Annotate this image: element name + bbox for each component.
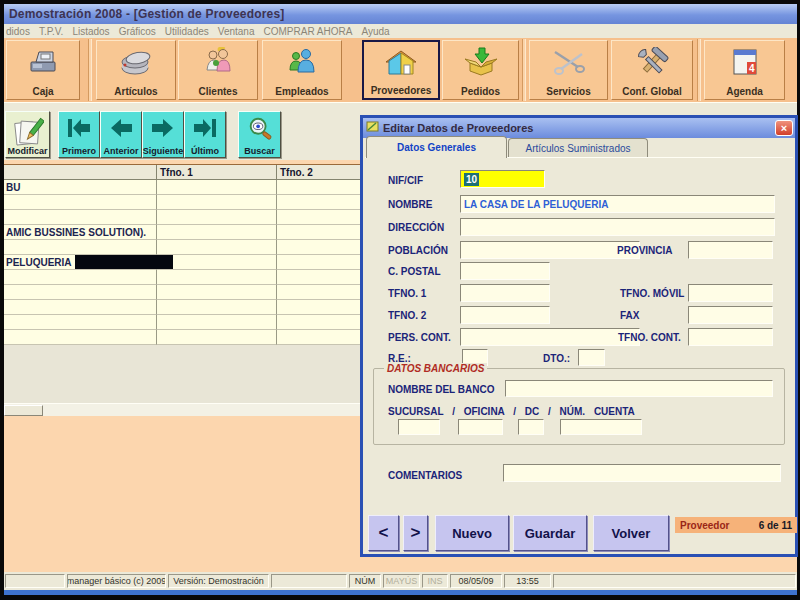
- cell-tfno1[interactable]: [157, 285, 277, 300]
- cell-name[interactable]: [4, 330, 157, 345]
- scrollbar-thumb[interactable]: [4, 405, 43, 416]
- comentarios-input[interactable]: [503, 464, 781, 482]
- menu-item-utilidades[interactable]: Utilidades: [165, 26, 209, 37]
- previous-record-button[interactable]: Anterior: [100, 111, 142, 158]
- cell-tfno2[interactable]: [277, 285, 361, 300]
- table-row[interactable]: [4, 195, 361, 210]
- cell-tfno2[interactable]: [277, 270, 361, 285]
- next-record-button[interactable]: Siguiente: [142, 111, 184, 158]
- menu-item-listados[interactable]: Listados: [72, 26, 109, 37]
- cpostal-input[interactable]: [460, 262, 550, 280]
- cell-tfno2[interactable]: [277, 240, 361, 255]
- tfno-movil-input[interactable]: [688, 284, 773, 302]
- menu-item-comprar-ahora[interactable]: COMPRAR AHORA: [264, 26, 353, 37]
- sucursal-input[interactable]: [398, 419, 440, 435]
- tab-datos-generales[interactable]: Datos Generales: [366, 136, 507, 158]
- table-row[interactable]: AMIC BUSSINES SOLUTION).: [4, 225, 361, 240]
- cell-tfno2[interactable]: [277, 255, 361, 270]
- toolbar-button-pedidos[interactable]: Pedidos: [442, 40, 519, 100]
- cell-tfno2[interactable]: [277, 315, 361, 330]
- save-button[interactable]: Guardar: [513, 515, 587, 551]
- poblacion-input[interactable]: [460, 241, 640, 259]
- menu-item-pedidos[interactable]: didos: [6, 26, 30, 37]
- dc-input[interactable]: [518, 419, 544, 435]
- table-row-selected[interactable]: PELUQUERIA: [4, 255, 361, 270]
- new-button[interactable]: Nuevo: [435, 515, 509, 551]
- poblacion-label: POBLACIÓN: [388, 245, 448, 256]
- toolbar-button-servicios[interactable]: Servicios: [529, 40, 608, 100]
- cell-name[interactable]: [4, 315, 157, 330]
- back-button[interactable]: Volver: [593, 515, 669, 551]
- cell-tfno2[interactable]: [277, 300, 361, 315]
- cell-tfno2[interactable]: [277, 225, 361, 240]
- menu-item-ventana[interactable]: Ventana: [218, 26, 255, 37]
- cell-tfno1[interactable]: [157, 240, 277, 255]
- cell-tfno1[interactable]: [157, 330, 277, 345]
- table-row[interactable]: [4, 240, 361, 255]
- direccion-input[interactable]: [460, 218, 775, 236]
- toolbar-button-proveedores[interactable]: Proveedores: [362, 40, 440, 100]
- cell-tfno1[interactable]: [157, 180, 277, 195]
- fax-input[interactable]: [688, 306, 773, 324]
- cell-name[interactable]: AMIC BUSSINES SOLUTION).: [4, 225, 157, 240]
- search-button[interactable]: Buscar: [238, 111, 281, 158]
- close-icon[interactable]: ×: [775, 120, 793, 136]
- toolbar-button-empleados[interactable]: Empleados: [262, 40, 342, 100]
- table-row[interactable]: [4, 330, 361, 345]
- toolbar-button-conf-global[interactable]: Conf. Global: [611, 40, 693, 100]
- table-row[interactable]: [4, 270, 361, 285]
- cell-name[interactable]: [4, 240, 157, 255]
- cell-tfno1[interactable]: [157, 270, 277, 285]
- cell-name[interactable]: BU: [4, 180, 157, 195]
- oficina-input[interactable]: [458, 419, 503, 435]
- table-row[interactable]: [4, 285, 361, 300]
- modify-button[interactable]: Modificar: [5, 111, 50, 158]
- last-record-button[interactable]: Último: [184, 111, 226, 158]
- record-next-button[interactable]: >: [403, 515, 428, 551]
- cell-tfno1[interactable]: [157, 255, 277, 270]
- cell-tfno1[interactable]: [157, 300, 277, 315]
- table-row[interactable]: [4, 210, 361, 225]
- menu-item-ayuda[interactable]: Ayuda: [361, 26, 389, 37]
- toolbar-button-caja[interactable]: Caja: [6, 40, 80, 100]
- banco-input[interactable]: [505, 380, 773, 397]
- toolbar-button-articulos[interactable]: Artículos: [96, 40, 176, 100]
- record-prev-button[interactable]: <: [368, 515, 399, 551]
- nif-label: NIF/CIF: [388, 175, 423, 186]
- nombre-input[interactable]: LA CASA DE LA PELUQUERIA: [460, 195, 775, 213]
- tfno-cont-input[interactable]: [688, 328, 773, 346]
- provincia-input[interactable]: [688, 241, 773, 259]
- cuenta-input[interactable]: [560, 419, 642, 435]
- cell-name[interactable]: [4, 210, 157, 225]
- table-row[interactable]: [4, 315, 361, 330]
- tfno2-input[interactable]: [460, 306, 550, 324]
- cell-name[interactable]: [4, 195, 157, 210]
- cell-tfno2[interactable]: [277, 330, 361, 345]
- status-cell-empty: [5, 574, 65, 588]
- cell-tfno2[interactable]: [277, 195, 361, 210]
- horizontal-scrollbar[interactable]: [4, 403, 361, 416]
- table-row[interactable]: BU: [4, 180, 361, 195]
- cell-tfno1[interactable]: [157, 210, 277, 225]
- articles-box-icon: [118, 47, 154, 81]
- cell-name[interactable]: [4, 300, 157, 315]
- cell-name[interactable]: [4, 285, 157, 300]
- dto-input[interactable]: [578, 349, 605, 366]
- nif-input[interactable]: 10: [460, 170, 545, 188]
- cell-tfno2[interactable]: [277, 210, 361, 225]
- table-row[interactable]: [4, 300, 361, 315]
- cell-tfno1[interactable]: [157, 315, 277, 330]
- menu-item-graficos[interactable]: Gráficos: [119, 26, 156, 37]
- cell-name[interactable]: [4, 270, 157, 285]
- cell-tfno2[interactable]: [277, 180, 361, 195]
- toolbar-button-agenda[interactable]: 4 Agenda: [704, 40, 785, 100]
- toolbar-button-label: Conf. Global: [622, 86, 681, 97]
- menu-item-tpv[interactable]: T.P.V.: [39, 26, 63, 37]
- cell-tfno1[interactable]: [157, 195, 277, 210]
- toolbar-button-clientes[interactable]: Clientes: [178, 40, 258, 100]
- tab-articulos-suministrados[interactable]: Artículos Suministrados: [508, 138, 648, 158]
- first-record-button[interactable]: Primero: [58, 111, 100, 158]
- pers-cont-input[interactable]: [460, 328, 640, 346]
- cell-tfno1[interactable]: [157, 225, 277, 240]
- tfno1-input[interactable]: [460, 284, 550, 302]
